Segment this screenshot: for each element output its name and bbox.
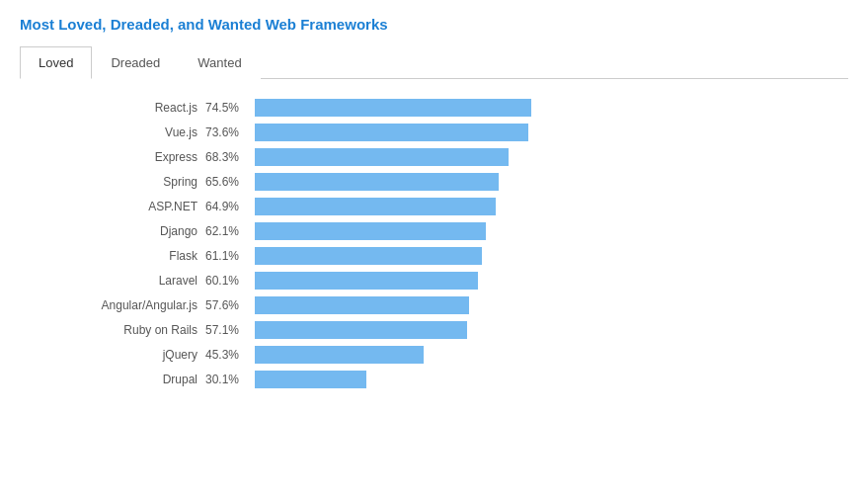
bar-label: Ruby on Rails	[30, 323, 197, 337]
bar-row: Drupal30.1%	[30, 371, 838, 388]
tab-bar: Loved Dreaded Wanted	[20, 46, 848, 79]
bar-track	[255, 247, 838, 265]
bar-row: React.js74.5%	[30, 99, 838, 117]
bar-row: Django62.1%	[30, 222, 838, 240]
tab-dreaded[interactable]: Dreaded	[92, 46, 179, 79]
bar-chart: React.js74.5%Vue.js73.6%Express68.3%Spri…	[20, 99, 848, 388]
bar-fill	[255, 371, 366, 388]
bar-row: Express68.3%	[30, 148, 838, 166]
tab-wanted[interactable]: Wanted	[179, 46, 260, 79]
bar-label: React.js	[30, 101, 197, 115]
bar-track	[255, 124, 838, 141]
bar-row: ASP.NET64.9%	[30, 198, 838, 215]
bar-row: Angular/Angular.js57.6%	[30, 296, 838, 314]
bar-label: Spring	[30, 175, 197, 189]
bar-fill	[255, 198, 496, 215]
bar-track	[255, 222, 838, 240]
bar-row: Spring65.6%	[30, 173, 838, 191]
bar-percent: 74.5%	[205, 101, 249, 115]
bar-label: Vue.js	[30, 125, 197, 139]
bar-track	[255, 173, 838, 191]
page-title: Most Loved, Dreaded, and Wanted Web Fram…	[20, 16, 848, 33]
bar-row: Ruby on Rails57.1%	[30, 321, 838, 339]
bar-track	[255, 321, 838, 339]
bar-fill	[255, 148, 509, 166]
bar-label: ASP.NET	[30, 200, 197, 213]
bar-fill	[255, 321, 467, 339]
bar-label: Express	[30, 150, 197, 164]
bar-percent: 61.1%	[205, 249, 249, 263]
bar-fill	[255, 173, 499, 191]
bar-label: Flask	[30, 249, 197, 263]
bar-track	[255, 198, 838, 215]
bar-track	[255, 296, 838, 314]
bar-track	[255, 346, 838, 364]
bar-fill	[255, 222, 486, 240]
bar-percent: 62.1%	[205, 224, 249, 238]
bar-fill	[255, 296, 469, 314]
bar-row: Vue.js73.6%	[30, 124, 838, 141]
bar-fill	[255, 99, 531, 117]
bar-track	[255, 371, 838, 388]
bar-percent: 60.1%	[205, 274, 249, 288]
bar-label: Laravel	[30, 274, 197, 288]
bar-label: jQuery	[30, 348, 197, 362]
bar-percent: 57.1%	[205, 323, 249, 337]
bar-fill	[255, 346, 424, 364]
bar-row: Laravel60.1%	[30, 272, 838, 290]
bar-track	[255, 272, 838, 290]
bar-percent: 65.6%	[205, 175, 249, 189]
bar-percent: 73.6%	[205, 125, 249, 139]
bar-track	[255, 148, 838, 166]
bar-row: Flask61.1%	[30, 247, 838, 265]
bar-percent: 30.1%	[205, 373, 249, 386]
bar-fill	[255, 272, 478, 290]
bar-label: Django	[30, 224, 197, 238]
bar-percent: 68.3%	[205, 150, 249, 164]
bar-label: Angular/Angular.js	[30, 298, 197, 312]
bar-percent: 57.6%	[205, 298, 249, 312]
tab-loved[interactable]: Loved	[20, 46, 92, 79]
bar-percent: 45.3%	[205, 348, 249, 362]
bar-track	[255, 99, 838, 117]
bar-row: jQuery45.3%	[30, 346, 838, 364]
bar-fill	[255, 247, 482, 265]
bar-label: Drupal	[30, 373, 197, 386]
bar-fill	[255, 124, 528, 141]
bar-percent: 64.9%	[205, 200, 249, 213]
